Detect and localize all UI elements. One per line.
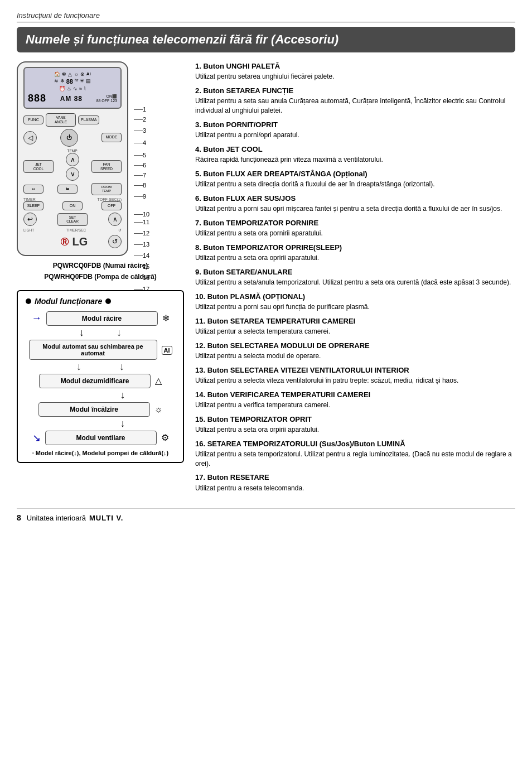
list-item: 4. Buton JET COOL Răcirea rapidă funcțio… [195, 144, 515, 165]
item-9-desc: Utilizat pentru a seta/anula temporizato… [195, 278, 515, 287]
item-7-title: 7. Buton TEMPORIZATOR PORNIRE [195, 219, 318, 227]
item-10-title: 10. Buton PLASMĂ (OPȚIONAL) [195, 292, 305, 301]
mode-button[interactable]: MODE [101, 133, 122, 142]
num-10: 10 [134, 211, 149, 218]
icon-circle-x: ⊗ [80, 71, 85, 77]
item-4-title: 4. Buton JET COOL [195, 145, 263, 153]
num-11: 11 [134, 219, 149, 225]
num-9: 9 [134, 193, 149, 200]
mode-box-2: Modul dezumidificare [39, 374, 151, 388]
timer-label-row: TIMER TOFF-SEC(1) [23, 197, 122, 201]
item-10-desc: Utilizat pentru a porni sau opri funcția… [195, 302, 515, 312]
page-footer: 8 Unitatea interioară MULTI V. [17, 508, 515, 522]
num-2: 2 [134, 116, 149, 123]
icon-sun2: ☀ [80, 78, 84, 85]
swing-right-button[interactable]: ⇆ [57, 185, 78, 194]
func-button[interactable]: FUNC [23, 115, 43, 124]
item-8-title: 8. Buton TEMPORIZATOR OPRIRE(SLEEP) [195, 243, 342, 252]
mode-diagram: → Modul răcire ❄ ↓ ↓ Modul automat sau s… [26, 311, 175, 445]
page-number: 8 [17, 513, 21, 522]
lg-logo: ® [61, 235, 69, 248]
mode-arrow-row1: ↓ ↓ [79, 327, 122, 339]
model-line1: PQWRCQ0FDB (Numai răcire) [17, 261, 184, 271]
item-16-desc: Utilizat pentru a seta temporizatorul. U… [195, 450, 515, 469]
set-clear-button[interactable]: SETCLEAR [57, 213, 88, 226]
num-6: 6 [134, 162, 149, 168]
item-5-desc: Utilizat pentru a seta direcția dorită a… [195, 180, 515, 189]
list-item: 8. Buton TEMPORIZATOR OPRIRE(SLEEP) Util… [195, 243, 515, 263]
mode-arrow-end: ↘ [32, 432, 41, 444]
up-arrow-button2[interactable]: ∧ [108, 213, 122, 226]
remote-screen: 🏠 ✻ △ ☼ ⊗ AI ≋ ❄ 88 hr ☀ ▤ [23, 67, 122, 109]
temp-down-button[interactable]: ∨ [66, 167, 79, 181]
remote-body: 🏠 ✻ △ ☼ ⊗ AI ≋ ❄ 88 hr ☀ ▤ [17, 61, 128, 256]
page-title: Numele și funcțiunea telecomenzii fără f… [26, 32, 338, 46]
multi-v-brand: MULTI V. [89, 514, 123, 522]
button-row-2: ◁ ⏻ MODE [23, 129, 122, 147]
temp-label: TEMP. [23, 149, 122, 153]
swing-left-button[interactable]: ⇔ [23, 185, 43, 194]
sleep-button[interactable]: SLEEP [23, 201, 43, 210]
item-6-title: 6. Buton FLUX AER SUS/JOS [195, 194, 296, 203]
mode-icon-0: ❄ [162, 313, 170, 324]
left-arrow-button[interactable]: ◁ [23, 131, 37, 144]
screen-icon-row2: ≋ ❄ 88 hr ☀ ▤ [28, 78, 117, 85]
button-row-3: JETCOOL ∧ ∨ FANSPEED [23, 153, 122, 181]
item-14-title: 14. Buton VERIFICAREA TEMPERATURII CAMER… [195, 390, 370, 399]
num-1: 1 [134, 106, 149, 113]
mode-icon-1: AI [162, 345, 172, 355]
mode-box-3: Modul încălzire [38, 402, 150, 417]
mode-arrow-row3: ↓ [120, 389, 125, 401]
display-mid: AM 88 [60, 95, 83, 103]
list-item: 16. SETAREA TEMPORIZATORULUI (Sus/Jos)/B… [195, 439, 515, 469]
item-15-desc: Utilizat pentru a seta ora orpirii apara… [195, 425, 515, 435]
mode-arrow-row2: ↓ ↓ [76, 361, 124, 373]
back-arrow-button[interactable]: ↩ [23, 213, 37, 226]
footer-text: Unitatea interioară [27, 514, 86, 522]
item-13-desc: Utilizat pentru a selecta viteza ventila… [195, 376, 515, 385]
icon-bars: ≋ [54, 78, 59, 85]
timer-label: TIMER [23, 197, 36, 201]
icon-triangle: △ [68, 71, 72, 77]
num-3: 3 [134, 127, 149, 134]
mode-box-4: Modul ventilare [45, 431, 157, 445]
on-button[interactable]: ON [62, 201, 83, 210]
temp-up-button[interactable]: ∧ [66, 153, 79, 166]
off-button[interactable]: OFF [101, 201, 122, 210]
item-17-desc: Utilizat pentru a reseta telecomanda. [195, 484, 515, 493]
num-4: 4 [134, 139, 149, 146]
num-15: 15 [134, 263, 149, 270]
room-temp-button[interactable]: ROOMTEMP [91, 183, 122, 195]
light-timer-label-row: LIGHT TIMER/SEC ↺ [23, 228, 122, 233]
mode-box-0: Modul răcire [46, 311, 158, 326]
left-column: 🏠 ✻ △ ☼ ⊗ AI ≋ ❄ 88 hr ☀ ▤ [17, 61, 184, 497]
item-7-desc: Utilizat pentru a seta ora pornirii apar… [195, 229, 515, 238]
down-arrow-1b: ↓ [117, 327, 122, 339]
jet-cool-button[interactable]: JETCOOL [23, 160, 54, 173]
reset-button[interactable]: ↺ [108, 235, 122, 248]
button-row-4: ⇔ ⇆ ROOMTEMP [23, 183, 122, 195]
item-1-title: 1. Buton UNGHI PALETĂ [195, 62, 280, 70]
screen-icon-row1: 🏠 ✻ △ ☼ ⊗ AI [28, 71, 117, 77]
power-button[interactable]: ⏻ [60, 129, 78, 147]
mode-row-3: Modul încălzire ☼ [26, 402, 175, 417]
icon-steam: ♨ [67, 86, 71, 91]
vane-angle-button[interactable]: VANEANGLE [46, 113, 76, 127]
light-label: LIGHT [23, 228, 34, 233]
button-row-7: ® LG ↺ [23, 235, 122, 248]
list-item: 12. Buton SELECTAREA MODULUI DE OPRERARE… [195, 341, 515, 361]
icon-house: 🏠 [54, 71, 60, 77]
model-line2: PQWRHQ0FDB (Pompa de căldură) [17, 272, 184, 282]
item-8-desc: Utilizat pentru a seta ora opririi apara… [195, 253, 515, 263]
plasma-button[interactable]: PLASMA [78, 115, 99, 124]
button-row-6: ↩ SETCLEAR ∧ [23, 213, 122, 226]
page-header: Instrucțiuni de funcționare [17, 11, 515, 22]
icon-wave: ∿ [73, 86, 78, 91]
list-item: 7. Buton TEMPORIZATOR PORNIRE Utilizat p… [195, 218, 515, 238]
icon-hr: hr [75, 78, 78, 85]
side-numbers: 1 2 3 4 5 6 7 8 9 10 11 12 13 14 15 16 1… [134, 106, 149, 292]
list-item: 17. Buton RESETARE Utilizat pentru a res… [195, 473, 515, 493]
fan-speed-button[interactable]: FANSPEED [91, 160, 122, 173]
list-item: 9. Buton SETARE/ANULARE Utilizat pentru … [195, 267, 515, 287]
mode-row-0: → Modul răcire ❄ [26, 311, 175, 326]
